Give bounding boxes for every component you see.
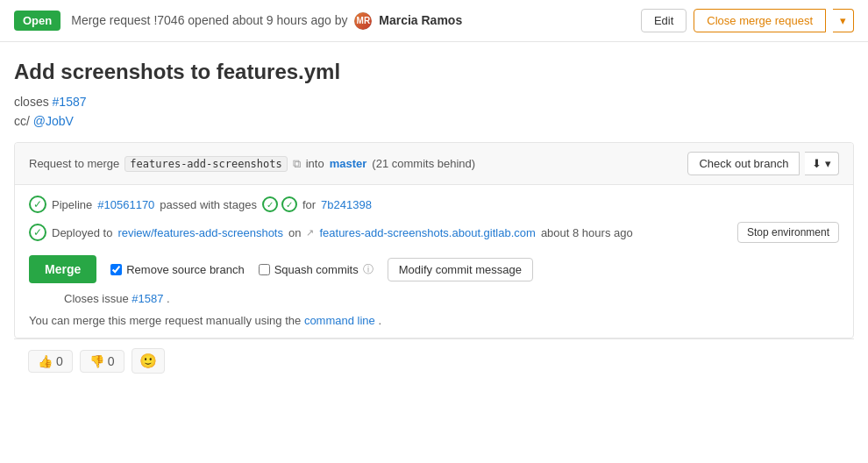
reactions-bar: 👍 0 👎 0 🙂 bbox=[14, 338, 854, 382]
deployed-env-link[interactable]: review/features-add-screenshots bbox=[117, 226, 283, 239]
cc-prefix: cc/ bbox=[14, 114, 30, 128]
deployed-url-link[interactable]: features-add-screenshots.about.gitlab.co… bbox=[319, 226, 535, 239]
deployed-text: Deployed to bbox=[52, 226, 112, 239]
merge-widget-body: ✓ Pipeline #10561170 passed with stages … bbox=[15, 185, 853, 338]
closes-prefix: closes bbox=[14, 95, 49, 109]
remove-source-branch-label: Remove source branch bbox=[126, 263, 244, 276]
deployed-status-icon: ✓ bbox=[29, 224, 46, 241]
top-bar: Open Merge request !7046 opened about 9 … bbox=[0, 0, 868, 42]
squash-commits-checkbox-group[interactable]: Squash commits ⓘ bbox=[259, 262, 374, 277]
merge-widget-header: Request to merge features-add-screenshot… bbox=[15, 143, 853, 185]
into-label: into bbox=[306, 157, 324, 170]
mr-meta-text: Merge request !7046 opened about 9 hours… bbox=[71, 12, 347, 26]
merge-button[interactable]: Merge bbox=[29, 255, 96, 283]
cc-line: cc/ @JobV bbox=[14, 114, 854, 128]
edit-button[interactable]: Edit bbox=[641, 9, 687, 32]
command-line-period: . bbox=[378, 314, 381, 327]
smiley-icon: 🙂 bbox=[139, 353, 157, 368]
command-line-text: You can merge this merge request manuall… bbox=[29, 314, 301, 327]
stage-check-1: ✓ bbox=[262, 196, 278, 212]
deployed-on: on bbox=[288, 226, 301, 239]
thumbs-up-emoji: 👍 bbox=[38, 354, 53, 368]
squash-commits-checkbox[interactable] bbox=[259, 264, 270, 275]
thumbs-down-emoji: 👎 bbox=[89, 354, 104, 368]
closes-issue-row: Closes issue #1587 . bbox=[29, 292, 839, 305]
commit-link[interactable]: 7b241398 bbox=[321, 198, 372, 211]
thumbs-up-button[interactable]: 👍 0 bbox=[28, 350, 73, 373]
merge-header-right: Check out branch ⬇ ▾ bbox=[687, 152, 839, 175]
close-merge-request-button[interactable]: Close merge request bbox=[694, 9, 826, 32]
pipeline-for: for bbox=[302, 198, 316, 211]
stage-icons: ✓ ✓ bbox=[262, 196, 297, 212]
closes-line: closes #1587 bbox=[14, 95, 854, 109]
command-line-hint: You can merge this merge request manuall… bbox=[29, 314, 839, 327]
main-content: Add screenshots to features.yml closes #… bbox=[0, 42, 868, 400]
squash-commits-label: Squash commits bbox=[274, 263, 359, 276]
pipeline-suffix: passed with stages bbox=[160, 198, 257, 211]
thumbs-down-button[interactable]: 👎 0 bbox=[80, 350, 125, 373]
command-line-link[interactable]: command line bbox=[304, 314, 375, 327]
add-reaction-button[interactable]: 🙂 bbox=[132, 348, 165, 374]
commits-behind: (21 commits behind) bbox=[372, 157, 475, 170]
request-to-merge-label: Request to merge bbox=[29, 157, 119, 170]
top-right-actions: Edit Close merge request ▾ bbox=[641, 9, 854, 32]
pipeline-link[interactable]: #10561170 bbox=[97, 198, 154, 211]
close-merge-request-caret[interactable]: ▾ bbox=[833, 9, 854, 32]
pipeline-label: Pipeline bbox=[52, 198, 92, 211]
closes-issue-period: . bbox=[167, 292, 170, 305]
external-link-icon: ↗ bbox=[306, 227, 314, 239]
closes-issue-ref-link[interactable]: #1587 bbox=[132, 292, 163, 305]
modify-commit-message-button[interactable]: Modify commit message bbox=[388, 258, 533, 281]
remove-source-branch-checkbox[interactable] bbox=[110, 264, 122, 275]
checkout-branch-button[interactable]: Check out branch bbox=[687, 152, 800, 175]
thumbs-down-count: 0 bbox=[108, 354, 115, 368]
page-title: Add screenshots to features.yml bbox=[14, 60, 854, 84]
deployed-time: about 8 hours ago bbox=[541, 226, 633, 239]
open-badge: Open bbox=[14, 11, 60, 31]
pipeline-status-icon: ✓ bbox=[29, 196, 46, 213]
stage-check-2: ✓ bbox=[281, 196, 297, 212]
cc-user-link[interactable]: @JobV bbox=[33, 114, 74, 128]
closes-issue-text: Closes issue bbox=[64, 292, 129, 305]
closes-issue-link[interactable]: #1587 bbox=[53, 95, 87, 109]
pipeline-row: ✓ Pipeline #10561170 passed with stages … bbox=[29, 196, 839, 213]
squash-info-icon[interactable]: ⓘ bbox=[363, 262, 374, 277]
copy-branch-icon[interactable]: ⧉ bbox=[293, 157, 301, 171]
source-branch-name: features-add-screenshots bbox=[125, 156, 287, 172]
stop-environment-button[interactable]: Stop environment bbox=[737, 222, 839, 243]
merge-widget: Request to merge features-add-screenshot… bbox=[14, 142, 854, 338]
download-button[interactable]: ⬇ ▾ bbox=[805, 152, 839, 175]
mr-meta: Merge request !7046 opened about 9 hours… bbox=[71, 12, 641, 30]
author-name: Marcia Ramos bbox=[379, 12, 462, 26]
merge-header-left: Request to merge features-add-screenshot… bbox=[29, 156, 687, 172]
thumbs-up-count: 0 bbox=[56, 354, 63, 368]
merge-actions: Merge Remove source branch Squash commit… bbox=[29, 255, 839, 283]
remove-source-branch-checkbox-group[interactable]: Remove source branch bbox=[110, 263, 244, 276]
avatar-initials: MR bbox=[354, 12, 372, 30]
deployed-row: ✓ Deployed to review/features-add-screen… bbox=[29, 222, 839, 243]
target-branch-link[interactable]: master bbox=[330, 157, 367, 170]
author-avatar: MR bbox=[354, 12, 372, 30]
